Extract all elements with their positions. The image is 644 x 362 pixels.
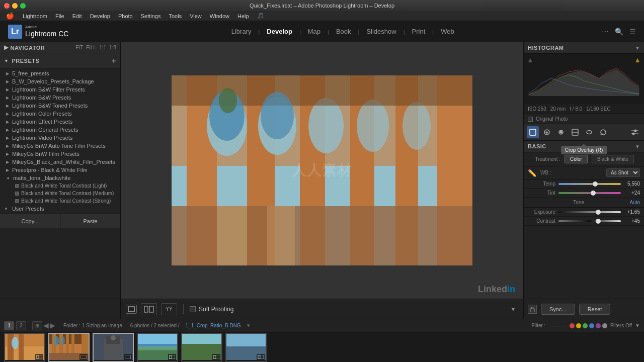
nav-print[interactable]: Print	[405, 28, 433, 35]
preset-group-7[interactable]: ▶ Lightroom Effect Presets	[0, 118, 120, 126]
menu-music[interactable]: 🎵	[254, 12, 268, 20]
menu-window[interactable]: Window	[206, 13, 233, 20]
preset-group-6[interactable]: ▶ Lightroom Color Presets	[0, 110, 120, 118]
tool-slider[interactable]	[629, 126, 641, 138]
preset-group-14[interactable]: ▼ matts_tonal_blackwhite	[0, 174, 120, 182]
radial-tool[interactable]	[583, 126, 595, 138]
preset-group-1[interactable]: ▶ 5_free_presets	[0, 69, 120, 77]
paste-button[interactable]: Paste	[60, 214, 120, 228]
apple-menu[interactable]: 🍎	[2, 12, 18, 20]
wb-eyedropper[interactable]: ✏️	[528, 169, 536, 177]
grid-view-btn[interactable]: ⊞	[32, 321, 42, 330]
basic-dropdown[interactable]: ▼	[635, 144, 640, 149]
gradient-tool[interactable]	[569, 126, 581, 138]
filter-dot-blue[interactable]	[589, 323, 594, 328]
temp-slider[interactable]	[558, 183, 621, 185]
tint-thumb[interactable]	[591, 191, 596, 196]
thumb-2[interactable]	[48, 333, 90, 362]
close-button[interactable]	[4, 3, 10, 9]
size-fill[interactable]: FILL	[86, 45, 96, 50]
preset-item-1[interactable]: Black and White Tonal Contrast (Light)	[0, 182, 120, 190]
thumb-6[interactable]	[225, 333, 267, 362]
nav-map[interactable]: Map	[301, 28, 328, 35]
preset-group-5[interactable]: ▶ Lightroom B&W Toned Presets	[0, 102, 120, 110]
thumb-5[interactable]	[181, 333, 222, 362]
nav-web[interactable]: Web	[434, 28, 461, 35]
active-file-label[interactable]: 1_1_Crop_Ratio_B.DNG	[186, 323, 241, 328]
soft-proofing-dropdown[interactable]: ▼	[508, 304, 518, 314]
preset-group-13[interactable]: ▶ Presetpro - Black & White Film	[0, 166, 120, 174]
menu-lightroom[interactable]: Lightroom	[19, 13, 51, 20]
adjustment-brush-tool[interactable]	[597, 126, 609, 138]
menu-view[interactable]: View	[186, 13, 205, 20]
wb-dropdown[interactable]: As Shot Auto Daylight Cloudy Custom	[606, 168, 640, 177]
menu-edit[interactable]: Edit	[69, 13, 86, 20]
prev-arrow[interactable]: ◀	[43, 321, 49, 330]
minimize-button[interactable]	[12, 3, 18, 9]
contrast-thumb[interactable]	[596, 219, 601, 224]
size-1-8[interactable]: 1:8	[109, 45, 116, 50]
preset-group-9[interactable]: ▶ Lightroom Video Presets	[0, 134, 120, 142]
thumb-1[interactable]	[4, 333, 45, 362]
search-icon[interactable]: ⋯	[602, 28, 609, 36]
preset-item-2[interactable]: Black and White Tonal Contrast (Medium)	[0, 190, 120, 197]
sync-button[interactable]: Sync...	[541, 304, 575, 315]
exposure-slider[interactable]	[558, 211, 621, 213]
menu-file[interactable]: File	[52, 13, 68, 20]
thumb-4[interactable]	[137, 333, 178, 362]
preset-group-3[interactable]: ▶ Lightroom B&W Filter Presets	[0, 85, 120, 94]
preset-group-12[interactable]: ▶ MikeyGs_Black_and_White_Film_Presets	[0, 158, 120, 166]
page-btn-2[interactable]: 2	[16, 321, 26, 330]
preset-group-8[interactable]: ▶ Lightroom General Presets	[0, 126, 120, 134]
redeye-tool[interactable]	[555, 126, 567, 138]
zoom-icon[interactable]: 🔍	[615, 28, 623, 36]
toolbar-btn-yy[interactable]: YY	[161, 303, 177, 315]
size-fit[interactable]: FIT	[75, 45, 83, 50]
filter-dot-yellow[interactable]	[576, 323, 581, 328]
filter-dot-red[interactable]	[570, 323, 575, 328]
tint-slider[interactable]	[558, 192, 621, 194]
histogram-dropdown[interactable]: ▼	[635, 45, 640, 51]
nav-develop[interactable]: Develop	[260, 28, 299, 35]
thumb-3[interactable]	[93, 333, 134, 362]
copy-button[interactable]: Copy...	[0, 214, 60, 228]
heal-tool[interactable]	[541, 126, 553, 138]
nav-slideshow[interactable]: Slideshow	[359, 28, 403, 35]
menu-develop[interactable]: Develop	[87, 13, 114, 20]
hist-warning-right[interactable]: ▲	[634, 56, 641, 64]
sync-lock-icon[interactable]	[528, 305, 537, 314]
frame-icon-btn[interactable]	[126, 305, 137, 314]
exposure-thumb[interactable]	[596, 210, 601, 215]
hist-warning-left[interactable]: ▲	[527, 56, 534, 64]
original-photo-checkbox[interactable]	[528, 117, 533, 122]
reset-button[interactable]: Reset	[579, 304, 611, 315]
size-1-1[interactable]: 1:1	[99, 45, 106, 50]
next-arrow[interactable]: ▶	[50, 321, 55, 330]
preset-group-10[interactable]: ▶ MikeyGs BnW Auto Tone Film Presets	[0, 142, 120, 150]
menu-settings[interactable]: Settings	[137, 13, 165, 20]
preset-item-3[interactable]: Black and White Tonal Contrast (Strong)	[0, 197, 120, 205]
maximize-button[interactable]	[20, 3, 26, 9]
menu-photo[interactable]: Photo	[115, 13, 136, 20]
crop-tool[interactable]	[527, 126, 539, 138]
filter-dot-green[interactable]	[583, 323, 588, 328]
filter-dot-white[interactable]	[602, 323, 607, 328]
page-btn-1[interactable]: 1	[4, 321, 14, 330]
menu-tools[interactable]: Tools	[165, 13, 185, 20]
filters-dropdown[interactable]: ▼	[635, 323, 640, 328]
preset-group-4[interactable]: ▶ Lightroom B&W Presets	[0, 94, 120, 102]
temp-thumb[interactable]	[593, 182, 598, 187]
menu-icon[interactable]: ☰	[629, 28, 636, 36]
add-preset-button[interactable]: +	[112, 56, 116, 65]
preset-group-2[interactable]: ▶ B_W_Develop_Presets_Package	[0, 77, 120, 85]
basic-section-header[interactable]: Basic ▼	[524, 141, 644, 152]
nav-library[interactable]: Library	[224, 28, 259, 35]
preset-group-11[interactable]: ▶ MikeyGs BnW Film Presets	[0, 150, 120, 158]
bw-btn[interactable]: Black & White	[592, 155, 634, 163]
active-file-dropdown[interactable]: ▼	[246, 323, 251, 328]
color-btn[interactable]: Color	[565, 155, 588, 163]
contrast-slider[interactable]	[558, 220, 621, 222]
filter-dot-purple[interactable]	[596, 323, 601, 328]
nav-book[interactable]: Book	[329, 28, 358, 35]
toolbar-btn-2[interactable]	[141, 303, 157, 315]
